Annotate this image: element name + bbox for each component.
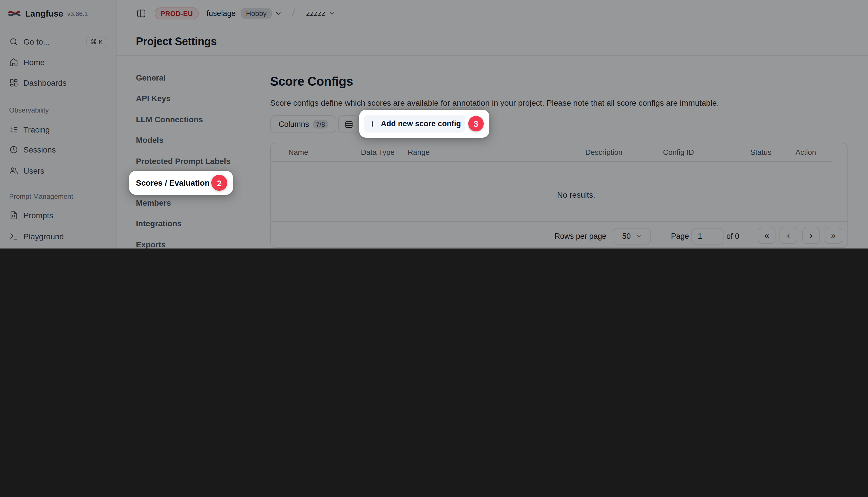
tour-step-2-badge: 2 [211, 175, 227, 191]
tour-step-3-badge: 3 [468, 116, 484, 131]
langfuse-app: Langfuse v3.86.1 Go to... ⌘ K Home Dashb… [0, 0, 868, 248]
tab-scores-evaluation-highlighted[interactable]: Scores / Evaluation 2 [129, 171, 233, 195]
add-score-config-button[interactable]: Add new score config [364, 115, 465, 132]
add-score-config-highlight-card: Add new score config 3 [359, 110, 489, 138]
plus-icon [368, 120, 376, 128]
